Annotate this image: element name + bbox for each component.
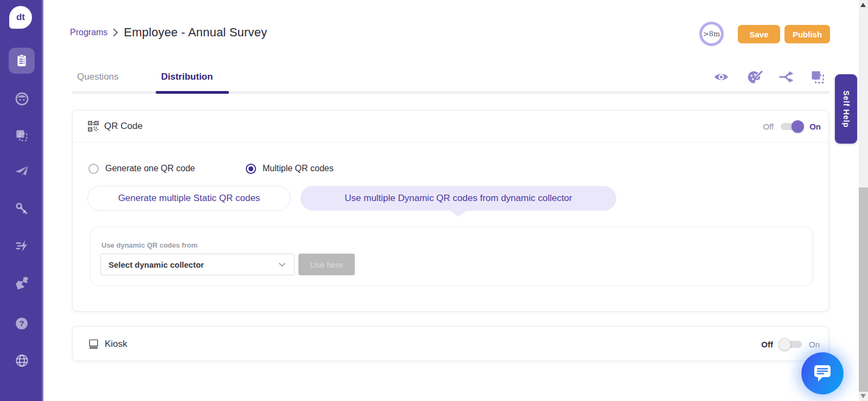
qr-code-icon [88,121,99,132]
pill-dynamic-qr-codes[interactable]: Use multiple Dynamic QR codes from dynam… [301,186,616,211]
app-logo[interactable]: dt [9,6,32,29]
kiosk-icon [88,338,99,350]
radio-label: Multiple QR codes [263,164,334,173]
chevron-right-icon [113,28,118,37]
qr-card-title: QR Code [104,121,143,132]
use-here-button[interactable]: Use here [298,254,355,275]
scroll-down-arrow-icon[interactable] [860,394,866,398]
pill-static-qr-codes[interactable]: Generate multiple Static QR codes [87,186,291,211]
breadcrumb-programs-link[interactable]: Programs [70,28,107,37]
tab-questions[interactable]: Questions [77,72,119,82]
breadcrumb: Programs Employee - Annual Survey [70,25,267,40]
kiosk-toggle-on-label: On [809,340,820,349]
app-window: dt [0,0,868,401]
radio-label: Generate one QR code [105,164,195,173]
chevron-down-icon [278,260,286,269]
kiosk-card-title: Kiosk [105,339,127,350]
sidebar: dt [0,0,43,401]
dynamic-collector-select[interactable]: Select dynamic collector [100,254,295,275]
qr-card-header: QR Code [73,111,828,142]
key-icon [15,202,29,216]
kiosk-toggle-off-label: Off [761,340,773,349]
radio-circle-icon[interactable] [88,164,99,174]
kiosk-card-header: Kiosk [73,327,828,361]
collector-panel-label: Use dynamic QR codes from [101,241,197,249]
sidebar-item-programs[interactable] [9,48,35,74]
share-icon[interactable] [779,71,795,83]
qr-toggle-off-label: Off [763,122,774,131]
puzzle-icon [15,275,29,290]
scroll-up-arrow-icon[interactable] [860,3,866,7]
qr-code-card: QR Code Off On Generate one QR code Mult… [72,110,829,312]
sidebar-item-integrations[interactable] [0,270,43,294]
paper-plane-icon [14,164,29,179]
clipboard-icon [15,54,29,68]
chat-bubble-icon [812,364,833,383]
radio-generate-one-qr[interactable]: Generate one QR code [88,162,195,175]
qr-toggle-switch[interactable] [781,123,802,130]
survey-duration-badge: >8m [699,22,724,46]
sidebar-item-collectors[interactable] [0,124,43,147]
chat-widget-button[interactable] [801,352,844,394]
kiosk-card: Kiosk Off On [72,326,829,361]
active-tab-indicator [156,91,229,94]
bolt-lines-icon [15,238,29,253]
divider [73,142,828,143]
self-help-tab[interactable]: Self Help [835,74,857,144]
question-icon: ? [15,316,29,331]
qr-toggle-on-label: On [809,122,821,131]
self-help-label: Self Help [842,90,851,128]
sidebar-item-distribute[interactable] [0,160,43,184]
vertical-scrollbar[interactable] [859,0,868,401]
qr-toggle-group: Off On [763,111,821,142]
active-pill-caret [451,211,466,217]
sidebar-item-customers[interactable] [0,87,43,111]
scrollbar-thumb[interactable] [859,187,868,392]
preview-eye-icon[interactable] [714,72,729,82]
publish-button[interactable]: Publish [784,25,830,43]
face-icon [15,92,29,106]
page-title: Employee - Annual Survey [124,25,267,40]
dynamic-collector-panel: Use dynamic QR codes from Select dynamic… [90,227,813,286]
theme-palette-icon[interactable] [747,69,763,85]
globe-icon [15,353,29,368]
copy-pages-icon [15,128,29,143]
radio-multiple-qr[interactable]: Multiple QR codes [246,162,334,175]
sidebar-item-language[interactable] [0,348,43,372]
sidebar-item-quick-actions[interactable] [0,234,43,257]
svg-text:?: ? [19,319,24,328]
tab-distribution[interactable]: Distribution [161,72,213,82]
select-value: Select dynamic collector [108,260,204,269]
kiosk-toggle-switch[interactable] [780,341,802,348]
radio-selected-icon[interactable] [246,164,256,174]
save-button[interactable]: Save [738,25,780,43]
sidebar-item-access-keys[interactable] [0,197,43,221]
duplicate-icon[interactable] [810,69,825,85]
sidebar-item-help[interactable]: ? [0,312,43,335]
